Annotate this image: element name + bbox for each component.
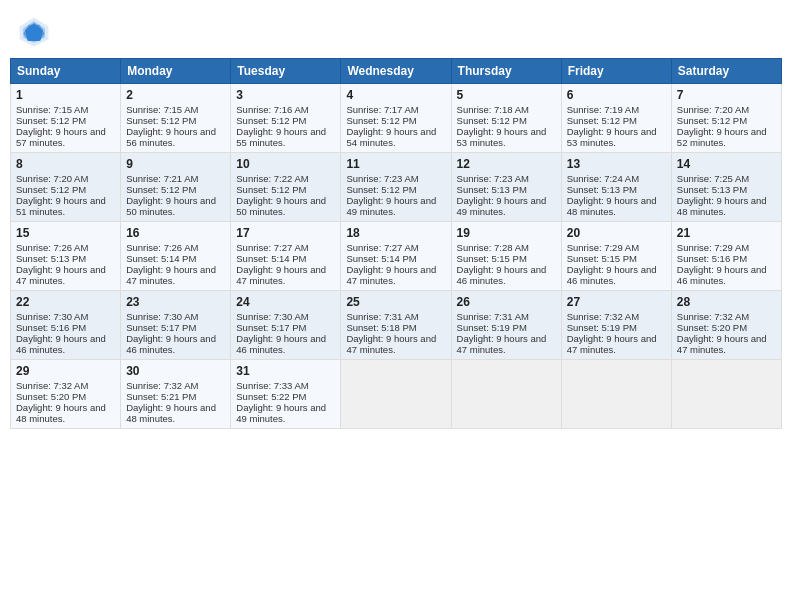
calendar-cell: 6 Sunrise: 7:19 AM Sunset: 5:12 PM Dayli…	[561, 84, 671, 153]
sunrise-text: Sunrise: 7:26 AM	[16, 242, 88, 253]
day-number: 5	[457, 88, 556, 102]
day-number: 21	[677, 226, 776, 240]
calendar-day-header: Saturday	[671, 59, 781, 84]
sunrise-text: Sunrise: 7:20 AM	[16, 173, 88, 184]
sunset-text: Sunset: 5:13 PM	[567, 184, 637, 195]
calendar-week-row: 8 Sunrise: 7:20 AM Sunset: 5:12 PM Dayli…	[11, 153, 782, 222]
daylight-text: Daylight: 9 hours and 47 minutes.	[567, 333, 657, 355]
sunset-text: Sunset: 5:12 PM	[236, 184, 306, 195]
daylight-text: Daylight: 9 hours and 47 minutes.	[677, 333, 767, 355]
calendar-week-row: 29 Sunrise: 7:32 AM Sunset: 5:20 PM Dayl…	[11, 360, 782, 429]
daylight-text: Daylight: 9 hours and 46 minutes.	[567, 264, 657, 286]
calendar-cell: 24 Sunrise: 7:30 AM Sunset: 5:17 PM Dayl…	[231, 291, 341, 360]
day-number: 23	[126, 295, 225, 309]
sunrise-text: Sunrise: 7:21 AM	[126, 173, 198, 184]
sunset-text: Sunset: 5:12 PM	[457, 115, 527, 126]
daylight-text: Daylight: 9 hours and 52 minutes.	[677, 126, 767, 148]
daylight-text: Daylight: 9 hours and 48 minutes.	[126, 402, 216, 424]
sunset-text: Sunset: 5:17 PM	[126, 322, 196, 333]
day-number: 27	[567, 295, 666, 309]
calendar-cell	[671, 360, 781, 429]
daylight-text: Daylight: 9 hours and 51 minutes.	[16, 195, 106, 217]
day-number: 13	[567, 157, 666, 171]
sunrise-text: Sunrise: 7:19 AM	[567, 104, 639, 115]
calendar-cell: 18 Sunrise: 7:27 AM Sunset: 5:14 PM Dayl…	[341, 222, 451, 291]
daylight-text: Daylight: 9 hours and 56 minutes.	[126, 126, 216, 148]
sunset-text: Sunset: 5:15 PM	[457, 253, 527, 264]
sunset-text: Sunset: 5:12 PM	[16, 184, 86, 195]
day-number: 28	[677, 295, 776, 309]
sunrise-text: Sunrise: 7:26 AM	[126, 242, 198, 253]
sunrise-text: Sunrise: 7:29 AM	[567, 242, 639, 253]
sunset-text: Sunset: 5:17 PM	[236, 322, 306, 333]
daylight-text: Daylight: 9 hours and 57 minutes.	[16, 126, 106, 148]
day-number: 31	[236, 364, 335, 378]
sunrise-text: Sunrise: 7:17 AM	[346, 104, 418, 115]
sunset-text: Sunset: 5:20 PM	[16, 391, 86, 402]
sunset-text: Sunset: 5:14 PM	[236, 253, 306, 264]
sunset-text: Sunset: 5:21 PM	[126, 391, 196, 402]
calendar-cell: 25 Sunrise: 7:31 AM Sunset: 5:18 PM Dayl…	[341, 291, 451, 360]
daylight-text: Daylight: 9 hours and 46 minutes.	[126, 333, 216, 355]
day-number: 25	[346, 295, 445, 309]
sunrise-text: Sunrise: 7:15 AM	[16, 104, 88, 115]
calendar-cell: 14 Sunrise: 7:25 AM Sunset: 5:13 PM Dayl…	[671, 153, 781, 222]
day-number: 17	[236, 226, 335, 240]
sunrise-text: Sunrise: 7:31 AM	[346, 311, 418, 322]
logo-icon	[16, 14, 52, 50]
calendar-cell: 8 Sunrise: 7:20 AM Sunset: 5:12 PM Dayli…	[11, 153, 121, 222]
daylight-text: Daylight: 9 hours and 47 minutes.	[236, 264, 326, 286]
calendar-cell: 10 Sunrise: 7:22 AM Sunset: 5:12 PM Dayl…	[231, 153, 341, 222]
sunrise-text: Sunrise: 7:30 AM	[126, 311, 198, 322]
calendar-cell: 4 Sunrise: 7:17 AM Sunset: 5:12 PM Dayli…	[341, 84, 451, 153]
day-number: 16	[126, 226, 225, 240]
calendar-cell: 31 Sunrise: 7:33 AM Sunset: 5:22 PM Dayl…	[231, 360, 341, 429]
calendar-day-header: Monday	[121, 59, 231, 84]
sunset-text: Sunset: 5:14 PM	[346, 253, 416, 264]
day-number: 19	[457, 226, 556, 240]
sunset-text: Sunset: 5:16 PM	[16, 322, 86, 333]
daylight-text: Daylight: 9 hours and 46 minutes.	[236, 333, 326, 355]
day-number: 30	[126, 364, 225, 378]
sunset-text: Sunset: 5:19 PM	[457, 322, 527, 333]
calendar-cell: 28 Sunrise: 7:32 AM Sunset: 5:20 PM Dayl…	[671, 291, 781, 360]
daylight-text: Daylight: 9 hours and 49 minutes.	[457, 195, 547, 217]
daylight-text: Daylight: 9 hours and 50 minutes.	[126, 195, 216, 217]
day-number: 8	[16, 157, 115, 171]
daylight-text: Daylight: 9 hours and 50 minutes.	[236, 195, 326, 217]
calendar-cell: 15 Sunrise: 7:26 AM Sunset: 5:13 PM Dayl…	[11, 222, 121, 291]
day-number: 15	[16, 226, 115, 240]
sunset-text: Sunset: 5:15 PM	[567, 253, 637, 264]
calendar-cell	[451, 360, 561, 429]
daylight-text: Daylight: 9 hours and 47 minutes.	[126, 264, 216, 286]
sunrise-text: Sunrise: 7:16 AM	[236, 104, 308, 115]
calendar-cell: 19 Sunrise: 7:28 AM Sunset: 5:15 PM Dayl…	[451, 222, 561, 291]
day-number: 9	[126, 157, 225, 171]
sunset-text: Sunset: 5:13 PM	[16, 253, 86, 264]
sunrise-text: Sunrise: 7:15 AM	[126, 104, 198, 115]
day-number: 2	[126, 88, 225, 102]
calendar-cell: 3 Sunrise: 7:16 AM Sunset: 5:12 PM Dayli…	[231, 84, 341, 153]
day-number: 22	[16, 295, 115, 309]
sunset-text: Sunset: 5:12 PM	[346, 115, 416, 126]
sunrise-text: Sunrise: 7:32 AM	[16, 380, 88, 391]
sunrise-text: Sunrise: 7:32 AM	[567, 311, 639, 322]
sunrise-text: Sunrise: 7:27 AM	[236, 242, 308, 253]
daylight-text: Daylight: 9 hours and 47 minutes.	[16, 264, 106, 286]
day-number: 14	[677, 157, 776, 171]
sunrise-text: Sunrise: 7:32 AM	[677, 311, 749, 322]
day-number: 12	[457, 157, 556, 171]
calendar-week-row: 1 Sunrise: 7:15 AM Sunset: 5:12 PM Dayli…	[11, 84, 782, 153]
calendar-cell: 17 Sunrise: 7:27 AM Sunset: 5:14 PM Dayl…	[231, 222, 341, 291]
day-number: 3	[236, 88, 335, 102]
sunset-text: Sunset: 5:22 PM	[236, 391, 306, 402]
sunrise-text: Sunrise: 7:30 AM	[236, 311, 308, 322]
calendar-week-row: 22 Sunrise: 7:30 AM Sunset: 5:16 PM Dayl…	[11, 291, 782, 360]
calendar-header-row: SundayMondayTuesdayWednesdayThursdayFrid…	[11, 59, 782, 84]
calendar-cell: 1 Sunrise: 7:15 AM Sunset: 5:12 PM Dayli…	[11, 84, 121, 153]
daylight-text: Daylight: 9 hours and 47 minutes.	[457, 333, 547, 355]
calendar-cell: 30 Sunrise: 7:32 AM Sunset: 5:21 PM Dayl…	[121, 360, 231, 429]
daylight-text: Daylight: 9 hours and 54 minutes.	[346, 126, 436, 148]
sunrise-text: Sunrise: 7:22 AM	[236, 173, 308, 184]
day-number: 29	[16, 364, 115, 378]
